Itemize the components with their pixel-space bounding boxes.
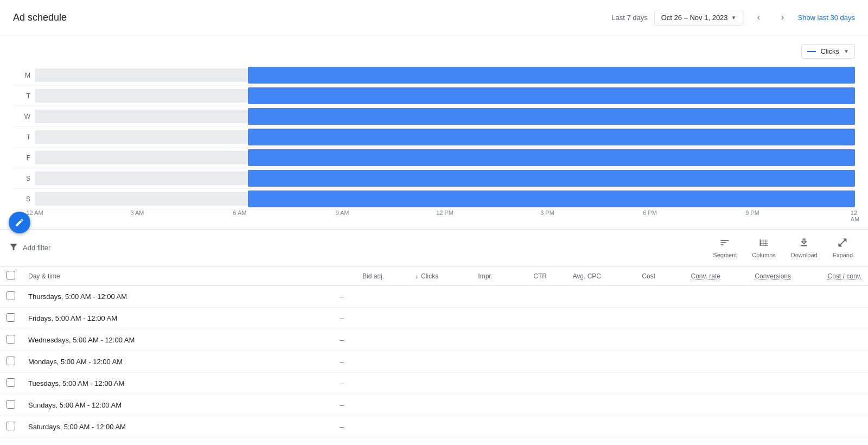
row-ctr <box>499 395 553 416</box>
day-label-f: F <box>13 154 35 162</box>
row-day-time: Mondays, 5:00 AM - 12:00 AM <box>22 351 293 373</box>
row-ctr <box>499 351 553 373</box>
row-conversions <box>727 329 797 351</box>
date-range-button[interactable]: Oct 26 – Nov 1, 2023 ▼ <box>654 10 744 26</box>
clicks-line-icon <box>807 51 816 52</box>
schedule-row-wednesday: W <box>13 106 855 127</box>
inactive-bar <box>35 130 248 144</box>
row-checkbox[interactable] <box>7 357 15 365</box>
row-checkbox-cell[interactable] <box>0 351 22 373</box>
schedule-row-friday: F <box>13 148 855 168</box>
row-conversions <box>727 395 797 416</box>
date-range-text: Oct 26 – Nov 1, 2023 <box>661 14 728 22</box>
inactive-bar <box>35 171 248 185</box>
row-checkbox-cell[interactable] <box>0 286 22 308</box>
schedule-row-thursday: T <box>13 127 855 148</box>
th-conversions: Conversions <box>727 266 797 286</box>
download-label: Download <box>791 252 818 258</box>
page-header: Ad schedule Last 7 days Oct 26 – Nov 1, … <box>0 0 868 35</box>
show-last-30-link[interactable]: Show last 30 days <box>797 14 855 22</box>
columns-label: Columns <box>752 252 775 258</box>
row-avg-cpc <box>553 286 608 308</box>
x-label-3am: 3 AM <box>130 209 144 216</box>
row-checkbox-cell[interactable] <box>0 308 22 329</box>
th-clicks: ↓ Clicks <box>391 266 445 286</box>
filter-icon[interactable] <box>9 242 18 254</box>
row-conv-rate <box>662 395 727 416</box>
table-row: Saturdays, 5:00 AM - 12:00 AM – <box>0 416 868 438</box>
row-cost-conv <box>797 351 868 373</box>
th-conv-rate: Conv. rate <box>662 266 727 286</box>
table-row: Sundays, 5:00 AM - 12:00 AM – <box>0 395 868 416</box>
row-checkbox[interactable] <box>7 400 15 409</box>
columns-button[interactable]: Columns <box>745 235 782 260</box>
sort-down-icon: ↓ <box>415 272 418 280</box>
row-impr <box>445 373 499 395</box>
schedule-row-sunday: S <box>13 189 855 209</box>
row-ctr <box>499 308 553 329</box>
segment-button[interactable]: Segment <box>706 235 743 260</box>
row-checkbox-cell[interactable] <box>0 329 22 351</box>
inactive-bar <box>35 89 248 103</box>
inactive-bar <box>35 68 248 82</box>
x-axis: 12 AM 3 AM 6 AM 9 AM 12 PM 3 PM 6 PM 9 P… <box>35 209 855 225</box>
data-table: Day & time Bid adj. ↓ Clicks Impr. CTR A… <box>0 266 868 438</box>
x-label-12am-start: 12 AM <box>26 209 43 216</box>
row-conversions <box>727 373 797 395</box>
x-label-12pm: 12 PM <box>436 209 454 216</box>
select-all-checkbox[interactable] <box>7 271 15 279</box>
day-label-w: W <box>13 113 35 120</box>
th-impr: Impr. <box>445 266 499 286</box>
row-checkbox-cell[interactable] <box>0 416 22 438</box>
add-filter-button[interactable]: Add filter <box>23 244 50 252</box>
x-label-6pm: 6 PM <box>643 209 657 216</box>
row-cost-conv <box>797 308 868 329</box>
row-avg-cpc <box>553 329 608 351</box>
schedule-grid: M T W T <box>13 65 855 209</box>
active-bar <box>248 87 855 104</box>
page-title: Ad schedule <box>13 12 611 23</box>
table-row: Mondays, 5:00 AM - 12:00 AM – <box>0 351 868 373</box>
row-day-time: Tuesdays, 5:00 AM - 12:00 AM <box>22 373 293 395</box>
x-label-9pm: 9 PM <box>745 209 760 216</box>
row-day-time: Sundays, 5:00 AM - 12:00 AM <box>22 395 293 416</box>
day-label-s1: S <box>13 175 35 182</box>
inactive-bar <box>35 151 248 164</box>
row-avg-cpc <box>553 351 608 373</box>
row-checkbox[interactable] <box>7 422 15 430</box>
row-checkbox[interactable] <box>7 291 15 300</box>
th-checkbox[interactable] <box>0 266 22 286</box>
schedule-bar-thursday <box>35 127 855 147</box>
row-checkbox[interactable] <box>7 335 15 344</box>
active-bar <box>248 108 855 125</box>
row-conv-rate <box>662 329 727 351</box>
row-cost-conv <box>797 373 868 395</box>
prev-period-button[interactable]: ‹ <box>750 9 767 26</box>
row-checkbox[interactable] <box>7 378 15 387</box>
row-cost-conv <box>797 395 868 416</box>
last-days-label: Last 7 days <box>611 14 648 22</box>
schedule-bar-wednesday <box>35 106 855 126</box>
clicks-label: Clicks <box>820 47 839 55</box>
inactive-bar <box>35 110 248 123</box>
schedule-bar-tuesday <box>35 86 855 106</box>
day-label-s2: S <box>13 195 35 203</box>
row-bid-adj: – <box>293 286 391 308</box>
row-day-time: Thursdays, 5:00 AM - 12:00 AM <box>22 286 293 308</box>
x-label-6am: 6 AM <box>233 209 246 216</box>
table-row: Fridays, 5:00 AM - 12:00 AM – <box>0 308 868 329</box>
th-cost-conv: Cost / conv. <box>797 266 868 286</box>
download-button[interactable]: Download <box>784 235 824 260</box>
expand-button[interactable]: Expand <box>826 235 859 260</box>
table-toolbar: Add filter Segment Columns Download <box>0 230 868 266</box>
row-checkbox-cell[interactable] <box>0 395 22 416</box>
row-bid-adj: – <box>293 351 391 373</box>
expand-label: Expand <box>833 252 853 258</box>
next-period-button[interactable]: › <box>774 9 791 26</box>
th-day-time: Day & time <box>22 266 293 286</box>
row-conversions <box>727 308 797 329</box>
clicks-metric-button[interactable]: Clicks ▼ <box>801 44 855 59</box>
row-checkbox[interactable] <box>7 313 15 322</box>
row-checkbox-cell[interactable] <box>0 373 22 395</box>
edit-fab-button[interactable] <box>9 212 30 233</box>
